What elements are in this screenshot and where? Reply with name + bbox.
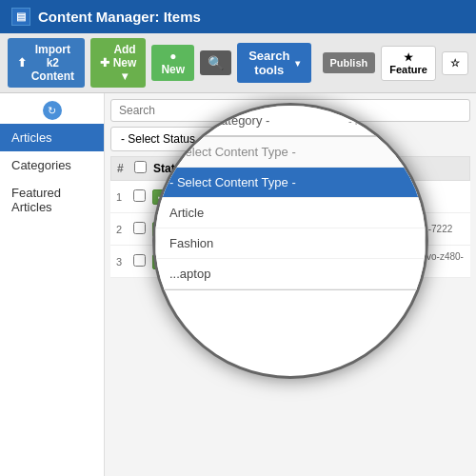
refresh-button[interactable]: ↻ — [43, 101, 62, 120]
star-button[interactable]: ☆ — [442, 51, 468, 75]
add-new-button[interactable]: ✚ Add New ▾ — [90, 38, 147, 88]
new-button[interactable]: ● New — [151, 45, 194, 81]
main-layout: ↻ Articles Categories Featured Articles … — [0, 93, 476, 476]
page-title: Content Manager: Items — [38, 9, 201, 25]
sidebar: ↻ Articles Categories Featured Articles — [0, 93, 105, 476]
title-icon: ▤ — [11, 8, 30, 26]
dropdown-selected-item[interactable]: - Select Content Type - — [156, 168, 425, 198]
row-checkbox-cell — [133, 254, 152, 268]
import-icon: ⬆ — [17, 56, 27, 69]
feature-button[interactable]: ★ Feature — [381, 46, 436, 81]
row-num: 3 — [116, 256, 133, 268]
row-checkbox[interactable] — [133, 189, 146, 202]
row-checkbox[interactable] — [133, 222, 146, 234]
dropdown-arrow-icon: ▾ — [295, 58, 300, 69]
col-num-header: # — [117, 162, 134, 175]
sidebar-item-articles[interactable]: Articles — [0, 124, 104, 151]
row-num: 2 — [116, 224, 133, 235]
row-checkbox-cell — [133, 222, 152, 236]
row-checkbox[interactable] — [133, 254, 146, 267]
search-icon-button[interactable]: 🔍 — [200, 50, 231, 75]
dropdown-fashion-item[interactable]: Fashion — [156, 228, 425, 259]
search-tools-button[interactable]: Search tools ▾ — [237, 43, 310, 83]
content-type-dropdown: - Select Content Type - - Select Content… — [155, 136, 426, 290]
sidebar-item-featured[interactable]: Featured Articles — [0, 179, 104, 221]
select-all-checkbox[interactable] — [134, 161, 147, 173]
dropdown-header-item: - Select Content Type - — [156, 137, 425, 168]
publish-button[interactable]: Publish — [323, 52, 376, 73]
row-checkbox-cell — [133, 189, 152, 204]
col-check-header — [134, 161, 153, 176]
content-area: - Select Status - - Select Tag - ▾ # Sta… — [105, 93, 476, 476]
row-num: 1 — [116, 191, 133, 203]
magnifier-overlay: - Select Category - - Max Levels - - Sel… — [152, 103, 428, 379]
dropdown-laptop-item[interactable]: ...aptop — [156, 259, 425, 289]
sidebar-item-categories[interactable]: Categories — [0, 151, 104, 179]
import-button[interactable]: ⬆ Import k2 Content — [8, 38, 85, 88]
dropdown-article-item[interactable]: Article — [156, 198, 425, 228]
toolbar: ⬆ Import k2 Content ✚ Add New ▾ ● New 🔍 … — [0, 33, 476, 93]
title-bar: ▤ Content Manager: Items — [0, 0, 476, 33]
add-icon: ✚ — [100, 56, 109, 69]
